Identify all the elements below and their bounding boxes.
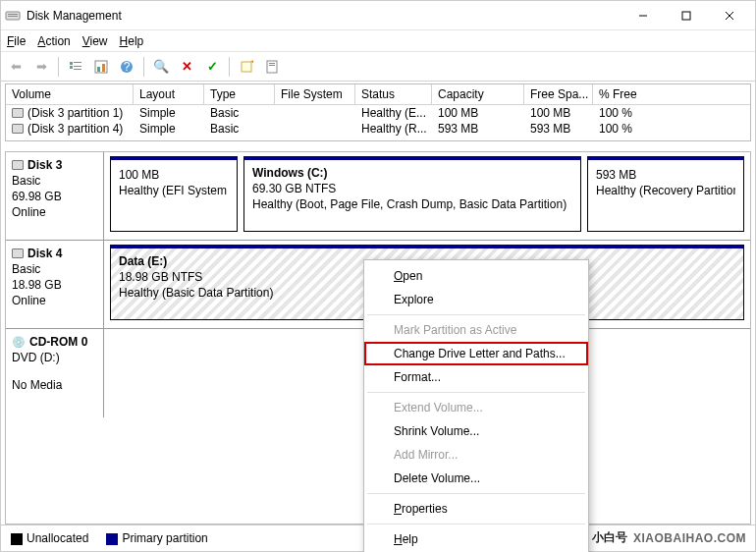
- back-button[interactable]: ⬅: [5, 56, 27, 78]
- col-volume[interactable]: Volume: [6, 84, 134, 104]
- toolbar-separator: [58, 57, 59, 77]
- svg-rect-7: [70, 62, 73, 65]
- toolbar-separator: [143, 57, 144, 77]
- svg-text:✦: ✦: [249, 60, 253, 69]
- menu-explore[interactable]: Explore: [366, 288, 586, 311]
- legend-swatch-primary: [106, 533, 118, 545]
- disk-row-disk3[interactable]: Disk 3 Basic 69.98 GB Online 100 MB Heal…: [6, 152, 750, 241]
- minimize-button[interactable]: [621, 2, 665, 29]
- volume-list[interactable]: Volume Layout Type File System Status Ca…: [5, 83, 751, 141]
- drive-icon: [12, 124, 24, 134]
- menu-shrink-volume[interactable]: Shrink Volume...: [366, 419, 586, 443]
- menu-change-drive-letter[interactable]: Change Drive Letter and Paths...: [364, 342, 588, 365]
- menu-extend-volume: Extend Volume...: [366, 396, 586, 419]
- svg-rect-19: [267, 61, 277, 73]
- svg-rect-20: [269, 63, 275, 64]
- menu-view[interactable]: View: [82, 34, 108, 48]
- forward-button[interactable]: ➡: [30, 56, 52, 78]
- col-pctfree[interactable]: % Free: [593, 84, 750, 104]
- disk-info: Disk 4 Basic 18.98 GB Online: [6, 241, 104, 328]
- menu-action[interactable]: Action: [37, 34, 70, 48]
- svg-rect-13: [97, 67, 100, 72]
- menu-help[interactable]: Help: [120, 34, 144, 48]
- check-button[interactable]: ✓: [201, 56, 223, 78]
- menubar: File Action View Help: [1, 30, 755, 52]
- disk-icon: [12, 160, 24, 170]
- menu-separator: [367, 314, 585, 315]
- close-button[interactable]: [708, 2, 751, 29]
- disk-info: 💿CD-ROM 0 DVD (D:) No Media: [6, 329, 104, 417]
- partition[interactable]: 100 MB Healthy (EFI System Pa: [110, 156, 238, 232]
- svg-rect-21: [269, 65, 275, 66]
- drive-icon: [12, 108, 24, 118]
- props-button[interactable]: [261, 56, 283, 78]
- list-row[interactable]: (Disk 3 partition 4) Simple Basic Health…: [6, 121, 750, 137]
- menu-mark-active: Mark Partition as Active: [366, 318, 586, 342]
- list-header: Volume Layout Type File System Status Ca…: [6, 84, 750, 105]
- refresh-button[interactable]: 🔍: [150, 56, 172, 78]
- svg-rect-12: [95, 61, 107, 73]
- menu-properties[interactable]: Properties: [366, 497, 586, 521]
- settings-button[interactable]: [90, 56, 112, 78]
- menu-separator: [367, 524, 585, 524]
- context-menu: Open Explore Mark Partition as Active Ch…: [363, 259, 589, 552]
- svg-rect-11: [74, 69, 81, 70]
- col-type[interactable]: Type: [204, 84, 275, 104]
- svg-rect-1: [8, 14, 18, 15]
- disk-info: Disk 3 Basic 69.98 GB Online: [6, 152, 104, 240]
- col-capacity[interactable]: Capacity: [432, 84, 524, 104]
- col-status[interactable]: Status: [355, 84, 432, 104]
- svg-text:?: ?: [124, 60, 131, 74]
- window-title: Disk Management: [27, 9, 621, 23]
- menu-separator: [367, 392, 585, 393]
- col-layout[interactable]: Layout: [134, 84, 204, 104]
- svg-rect-9: [74, 62, 81, 63]
- menu-delete-volume[interactable]: Delete Volume...: [366, 467, 586, 490]
- svg-rect-4: [682, 12, 690, 20]
- view-list-button[interactable]: [65, 56, 86, 78]
- new-button[interactable]: ✦: [236, 56, 257, 78]
- partition[interactable]: Windows (C:) 69.30 GB NTFS Healthy (Boot…: [243, 156, 581, 232]
- titlebar: Disk Management: [1, 1, 755, 30]
- menu-file[interactable]: File: [7, 34, 26, 48]
- menu-separator: [367, 493, 585, 494]
- toolbar-separator: [229, 57, 230, 77]
- maximize-button[interactable]: [665, 2, 708, 29]
- svg-rect-2: [8, 16, 18, 17]
- svg-rect-10: [74, 66, 81, 67]
- app-icon: [5, 8, 21, 24]
- col-freespace[interactable]: Free Spa...: [524, 84, 593, 104]
- disk-icon: [12, 248, 24, 258]
- cd-icon: 💿: [12, 336, 26, 349]
- svg-rect-14: [102, 64, 105, 72]
- menu-open[interactable]: Open: [366, 264, 586, 288]
- menu-add-mirror: Add Mirror...: [366, 443, 586, 467]
- help-button[interactable]: ?: [116, 56, 137, 78]
- menu-help[interactable]: Help: [366, 527, 586, 551]
- partition[interactable]: 593 MB Healthy (Recovery Partition): [587, 156, 744, 232]
- delete-button[interactable]: ✕: [176, 56, 197, 78]
- toolbar: ⬅ ➡ ? 🔍 ✕ ✓ ✦: [1, 52, 755, 82]
- svg-rect-8: [70, 66, 73, 69]
- col-filesystem[interactable]: File System: [275, 84, 355, 104]
- menu-format[interactable]: Format...: [366, 365, 586, 389]
- legend-swatch-unallocated: [11, 533, 23, 545]
- list-row[interactable]: (Disk 3 partition 1) Simple Basic Health…: [6, 105, 750, 121]
